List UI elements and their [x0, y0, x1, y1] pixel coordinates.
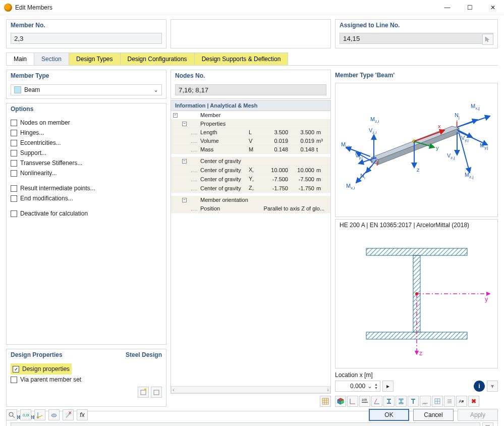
tab-design-types[interactable]: Design Types	[69, 52, 121, 65]
svg-text:y: y	[436, 145, 439, 151]
apply-button: Apply	[458, 409, 498, 421]
nodes-no-panel: Nodes No.	[171, 70, 331, 99]
beam-preview[interactable]: x y z i Mz,i Vz,i My,i Vy,i	[335, 83, 498, 217]
tab-section[interactable]: Section	[34, 52, 69, 65]
cube3d-icon	[337, 398, 344, 405]
view-axes-button[interactable]	[347, 396, 358, 407]
tab-design-configurations[interactable]: Design Configurations	[120, 52, 195, 65]
edit-icon	[153, 389, 160, 396]
option-label: Eccentricities...	[20, 139, 61, 146]
view-list-button[interactable]	[444, 396, 455, 407]
info-grid-button[interactable]	[320, 396, 331, 407]
filter-button[interactable]: ▾	[487, 381, 498, 392]
axes-icon	[349, 398, 356, 405]
design-properties-title: Design Properties	[11, 351, 63, 358]
section-preview[interactable]: HE 200 A | EN 10365:2017 | ArcelorMittal…	[335, 219, 498, 368]
tree-row-length: Length L 3.500 3.500 m	[171, 128, 330, 137]
list-icon	[446, 398, 453, 405]
tree-row-cog[interactable]: − Center of gravity	[171, 157, 330, 166]
maximize-button[interactable]: ☐	[459, 0, 481, 15]
cancel-red-icon: ✖	[471, 398, 476, 405]
location-spinner[interactable]: 0.000 ⌄ ▲▼	[335, 381, 380, 392]
comment-copy-button[interactable]	[482, 422, 493, 426]
option-5[interactable]: Nonlinearity...	[11, 168, 162, 178]
new-member-set-button[interactable]	[138, 387, 149, 398]
tree-row-member[interactable]: − Member	[171, 111, 330, 120]
member-no-label: Member No.	[7, 20, 166, 31]
svg-text:z: z	[417, 167, 420, 173]
location-next-button[interactable]: ▸	[382, 381, 394, 392]
design-properties-checkbox-row[interactable]: ✓ Design properties	[13, 364, 70, 374]
delete-node-button[interactable]: ✕	[63, 409, 74, 420]
comment-input[interactable]: ⌄	[11, 422, 480, 426]
svg-text:z: z	[419, 350, 422, 357]
svg-point-51	[415, 292, 418, 295]
tree-row-properties[interactable]: − Properties	[171, 120, 330, 128]
info-button[interactable]: i	[474, 381, 485, 392]
tab-main[interactable]: Main	[6, 52, 34, 65]
view-3d-button[interactable]	[335, 396, 346, 407]
tab-design-supports-deflection[interactable]: Design Supports & Deflection	[194, 52, 289, 65]
option-0[interactable]: Nodes on member	[11, 118, 162, 128]
view-t-section-button[interactable]	[408, 396, 419, 407]
checkbox-icon	[11, 130, 17, 136]
edit-member-set-button[interactable]	[151, 387, 162, 398]
option-3[interactable]: Support...	[11, 148, 162, 158]
cloud-button[interactable]	[48, 409, 60, 420]
view-reset-button[interactable]: ✖	[468, 396, 479, 407]
dimension-icon: 100	[361, 398, 368, 405]
svg-rect-66	[401, 400, 402, 403]
pick-lines-button[interactable]	[482, 34, 493, 45]
svg-text:100: 100	[362, 398, 367, 401]
view-section-solid-button[interactable]	[383, 396, 395, 407]
tree-row-orientation[interactable]: − Member orientation	[171, 196, 330, 204]
member-type-select[interactable]: Beam ⌄	[11, 84, 162, 95]
option-4[interactable]: Transverse Stiffeners...	[11, 158, 162, 168]
cancel-button[interactable]: Cancel	[413, 409, 454, 421]
info-icon: i	[478, 383, 480, 390]
option-8[interactable]: Deactivate for calculation	[11, 208, 162, 219]
svg-text:My,j: My,j	[480, 142, 488, 150]
spin-up-icon: ▲	[374, 383, 378, 386]
svg-line-82	[13, 416, 15, 418]
via-parent-checkbox-row[interactable]: Via parent member set	[11, 375, 162, 385]
options-panel: Options Nodes on memberHinges...Eccentri…	[6, 103, 166, 345]
collapse-icon: −	[182, 198, 187, 202]
svg-rect-2	[322, 398, 328, 404]
option-label: End modifications...	[20, 195, 73, 202]
ground-icon	[422, 398, 429, 405]
view-dimensions-button[interactable]: 100	[359, 396, 370, 407]
option-label: Transverse Stiffeners...	[20, 159, 82, 167]
nodes-no-input	[175, 84, 326, 95]
option-label: Result intermediate points...	[20, 185, 95, 192]
svg-text:Mz,i: Mz,i	[370, 116, 379, 124]
horizontal-scrollbar[interactable]: ‹ ›	[171, 386, 330, 393]
member-no-input[interactable]	[11, 33, 162, 44]
local-axes-icon	[373, 398, 380, 405]
function-button[interactable]: fx	[77, 409, 88, 420]
checkbox-icon	[11, 377, 17, 383]
svg-marker-7	[371, 126, 459, 159]
option-7[interactable]: End modifications...	[11, 193, 162, 203]
close-button[interactable]: ✕	[481, 0, 504, 15]
svg-text:i: i	[376, 160, 378, 167]
option-1[interactable]: Hinges...	[11, 128, 162, 138]
new-icon	[140, 389, 147, 396]
view-grid-button[interactable]	[432, 396, 443, 407]
svg-text:Mx,j: Mx,j	[471, 103, 479, 111]
minimize-button[interactable]: —	[436, 0, 459, 15]
option-2[interactable]: Eccentricities...	[11, 138, 162, 148]
design-properties-panel: Design Properties Steel Design ✓ Design …	[6, 349, 166, 407]
svg-line-70	[422, 403, 423, 404]
view-axes-local-button[interactable]	[371, 396, 382, 407]
help-button[interactable]	[6, 409, 17, 420]
view-font-button[interactable]: A▾	[456, 396, 467, 407]
tree-row-xc: Center of gravity X꜀ 10.000 10.000 m	[171, 166, 330, 175]
view-ground-button[interactable]	[420, 396, 431, 407]
option-6[interactable]: Result intermediate points...	[11, 183, 162, 193]
ok-button[interactable]: OK	[369, 409, 409, 421]
units-button[interactable]: 0,00	[20, 409, 31, 420]
tree-row-yc: Center of gravity Y꜀ -7.500 -7.500 m	[171, 175, 330, 184]
view-section-outline-button[interactable]	[396, 396, 407, 407]
coord-button[interactable]	[34, 409, 45, 420]
